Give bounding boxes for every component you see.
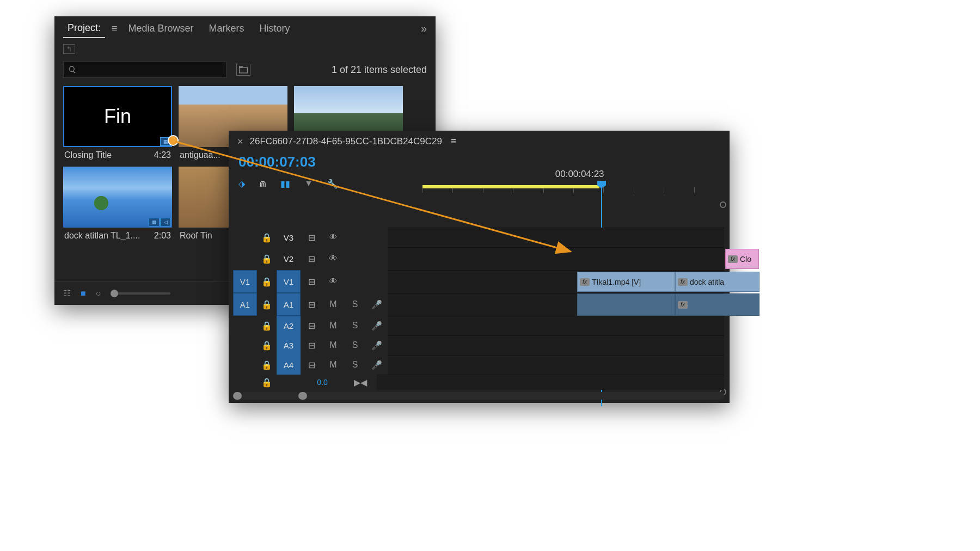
timeline-clip[interactable]: fxdock atitla bbox=[675, 272, 759, 292]
tab-history[interactable]: History bbox=[255, 20, 295, 38]
timeline-clip[interactable]: fx bbox=[675, 293, 759, 316]
solo-button[interactable]: S bbox=[344, 335, 366, 355]
zoom-slider[interactable] bbox=[111, 292, 170, 295]
source-patch[interactable] bbox=[233, 335, 257, 355]
track-lane[interactable] bbox=[388, 335, 724, 355]
track-row: 🔒 A2 ⊟ M S 🎤 bbox=[233, 316, 724, 335]
time-ruler[interactable]: 00:00:04:23 bbox=[422, 169, 724, 201]
toggle-output-icon[interactable]: 👁 bbox=[322, 270, 344, 293]
lock-icon[interactable]: 🔒 bbox=[257, 293, 277, 316]
marker-icon[interactable]: ▼ bbox=[304, 179, 313, 188]
voiceover-icon[interactable]: 🎤 bbox=[366, 293, 388, 316]
lock-icon[interactable]: 🔒 bbox=[257, 316, 277, 335]
sync-lock-icon[interactable]: ⊟ bbox=[301, 316, 322, 335]
source-patch[interactable] bbox=[233, 228, 257, 247]
track-target[interactable]: A3 bbox=[277, 335, 301, 355]
timeline-header: × 26FC6607-27D8-4F65-95CC-1BDCB24C9C29 ≡ bbox=[229, 131, 730, 152]
solo-button[interactable]: S bbox=[344, 293, 366, 316]
panel-overflow-icon[interactable]: » bbox=[421, 22, 427, 35]
lock-icon[interactable]: 🔒 bbox=[257, 228, 277, 247]
track-lane[interactable] bbox=[388, 355, 724, 375]
mute-button[interactable]: M bbox=[322, 316, 344, 335]
tab-project[interactable]: Project: bbox=[63, 19, 105, 38]
track-row: 🔒 A3 ⊟ M S 🎤 bbox=[233, 335, 724, 355]
fx-badge-icon[interactable]: fx bbox=[678, 301, 688, 309]
solo-button[interactable]: S bbox=[344, 316, 366, 335]
track-target[interactable]: V2 bbox=[277, 247, 301, 270]
track-lane[interactable] bbox=[388, 316, 724, 335]
track-lane[interactable]: fx bbox=[388, 293, 724, 316]
settings-icon[interactable]: 🔧 bbox=[327, 179, 338, 189]
close-icon[interactable]: × bbox=[237, 136, 243, 148]
lock-icon[interactable]: 🔒 bbox=[257, 375, 277, 390]
voiceover-icon[interactable]: 🎤 bbox=[366, 316, 388, 335]
bin-up-icon[interactable]: ↰ bbox=[63, 44, 75, 54]
linked-selection-icon[interactable]: ▮▮ bbox=[280, 179, 290, 189]
voiceover-icon[interactable]: 🎤 bbox=[366, 335, 388, 355]
source-patch[interactable] bbox=[233, 355, 257, 375]
insert-overwrite-icon[interactable]: ⬗ bbox=[238, 179, 245, 189]
timeline-zoom-scrollbar[interactable] bbox=[233, 392, 724, 400]
sequence-name: 26FC6607-27D8-4F65-95CC-1BDCB24C9C29 bbox=[250, 136, 442, 147]
search-input[interactable] bbox=[63, 62, 226, 78]
media-duration: 4:23 bbox=[154, 150, 171, 160]
timeline-clip[interactable] bbox=[577, 293, 675, 316]
track-target[interactable]: A1 bbox=[277, 293, 301, 316]
sync-lock-icon[interactable]: ⊟ bbox=[301, 293, 322, 316]
solo-button[interactable]: S bbox=[344, 355, 366, 375]
new-bin-icon[interactable] bbox=[236, 64, 250, 76]
sync-lock-icon[interactable]: ⊟ bbox=[301, 355, 322, 375]
mute-button[interactable]: M bbox=[322, 355, 344, 375]
mute-button[interactable]: M bbox=[322, 293, 344, 316]
toggle-output-icon[interactable]: 👁 bbox=[322, 247, 344, 270]
tab-media-browser[interactable]: Media Browser bbox=[124, 20, 198, 38]
timeline-clip[interactable]: fxClo bbox=[725, 249, 759, 269]
fx-badge-icon[interactable]: fx bbox=[580, 278, 590, 286]
icon-view-icon[interactable]: ■ bbox=[81, 289, 86, 298]
track-target[interactable]: A4 bbox=[277, 355, 301, 375]
mute-button[interactable]: M bbox=[322, 335, 344, 355]
source-patch[interactable]: V1 bbox=[233, 270, 257, 293]
media-name: antiguaa... bbox=[180, 150, 220, 160]
work-area-bar[interactable] bbox=[545, 185, 599, 188]
source-patch[interactable]: A1 bbox=[233, 293, 257, 316]
media-thumbnail[interactable]: Fin ▦ bbox=[63, 86, 172, 147]
media-name: dock atitlan TL_1.... bbox=[64, 231, 140, 241]
sync-lock-icon[interactable]: ⊟ bbox=[301, 335, 322, 355]
source-patch[interactable] bbox=[233, 316, 257, 335]
output-icon[interactable]: ▶◀ bbox=[344, 375, 377, 390]
fx-badge-icon[interactable]: fx bbox=[728, 255, 738, 263]
snap-icon[interactable]: ⋒ bbox=[259, 179, 266, 189]
media-item[interactable]: ▦◁ dock atitlan TL_1....2:03 bbox=[63, 167, 172, 241]
list-view-icon[interactable]: ☷ bbox=[63, 288, 71, 298]
lock-icon[interactable]: 🔒 bbox=[257, 247, 277, 270]
sync-lock-icon[interactable]: ⊟ bbox=[301, 270, 322, 293]
panel-menu-icon[interactable]: ≡ bbox=[451, 136, 456, 147]
tab-markers[interactable]: Markers bbox=[205, 20, 249, 38]
lock-icon[interactable]: 🔒 bbox=[257, 270, 277, 293]
freeform-view-icon[interactable]: ○ bbox=[96, 289, 101, 298]
timeline-clip[interactable]: fxTIkal1.mp4 [V] bbox=[577, 272, 675, 292]
panel-menu-icon[interactable]: ≡ bbox=[112, 23, 118, 34]
track-lane[interactable]: fxTIkal1.mp4 [V] fxdock atitla bbox=[388, 270, 724, 293]
voiceover-icon[interactable]: 🎤 bbox=[366, 355, 388, 375]
media-type-badge: ▦ bbox=[160, 137, 171, 146]
track-lane[interactable]: fxClo bbox=[388, 247, 724, 270]
project-toolbar: 1 of 21 items selected bbox=[54, 58, 436, 82]
track-target[interactable]: V3 bbox=[277, 228, 301, 247]
media-thumbnail[interactable]: ▦◁ bbox=[63, 167, 172, 228]
toggle-output-icon[interactable]: 👁 bbox=[322, 228, 344, 247]
track-target[interactable]: V1 bbox=[277, 270, 301, 293]
sync-lock-icon[interactable]: ⊟ bbox=[301, 247, 322, 270]
audio-meter-value: 0.0 bbox=[301, 375, 344, 390]
lock-icon[interactable]: 🔒 bbox=[257, 335, 277, 355]
work-area-bar[interactable] bbox=[422, 185, 545, 188]
lock-icon[interactable]: 🔒 bbox=[257, 355, 277, 375]
sync-lock-icon[interactable]: ⊟ bbox=[301, 228, 322, 247]
track-target[interactable]: A2 bbox=[277, 316, 301, 335]
source-patch[interactable] bbox=[233, 247, 257, 270]
media-item[interactable]: Fin ▦ Closing Title4:23 bbox=[63, 86, 172, 160]
fx-badge-icon[interactable]: fx bbox=[678, 278, 688, 286]
search-icon bbox=[68, 65, 77, 74]
track-lane[interactable] bbox=[388, 228, 724, 247]
